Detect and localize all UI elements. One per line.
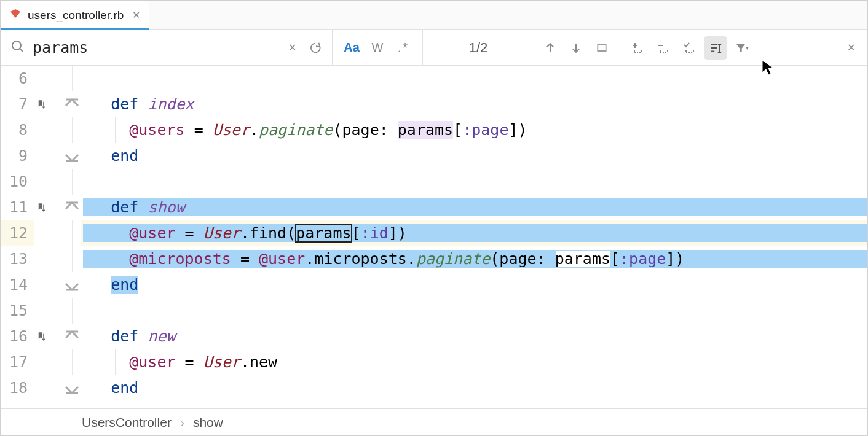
line-number[interactable]: 17 — [1, 349, 34, 375]
match-count: 1/2 — [423, 40, 534, 56]
search-input[interactable] — [33, 39, 280, 56]
next-match-button[interactable] — [564, 36, 588, 60]
svg-line-1 — [20, 49, 23, 52]
svg-point-0 — [12, 41, 21, 50]
line-number[interactable]: 8 — [1, 117, 34, 143]
fold-close-icon[interactable] — [63, 380, 81, 397]
whole-word-toggle[interactable]: W — [366, 36, 389, 60]
tab-bar: users_controller.rb ✕ — [1, 1, 867, 30]
prev-match-button[interactable] — [539, 36, 562, 60]
regex-toggle[interactable]: .* — [392, 36, 415, 60]
line-number[interactable]: 14 — [1, 272, 34, 298]
bookmark-icon[interactable] — [36, 99, 47, 110]
search-history-icon[interactable] — [304, 36, 327, 60]
bookmark-icon[interactable] — [36, 331, 47, 342]
fold-close-icon[interactable] — [63, 147, 81, 165]
svg-rect-4 — [598, 45, 606, 51]
select-all-matches-button[interactable] — [590, 36, 614, 60]
fold-open-icon[interactable] — [63, 199, 81, 216]
fold-close-icon[interactable] — [63, 276, 81, 294]
breadcrumb-method[interactable]: show — [193, 415, 223, 430]
find-bar: ✕ Aa W .* 1/2 ▾ ✕ — [1, 30, 867, 66]
filter-button[interactable]: ▾ — [730, 36, 753, 60]
match-case-toggle[interactable]: Aa — [340, 36, 363, 60]
fold-open-icon[interactable] — [63, 328, 81, 345]
separator — [620, 39, 620, 57]
remove-selection-button[interactable] — [652, 36, 676, 60]
close-tab-icon[interactable]: ✕ — [132, 9, 140, 21]
clear-search-icon[interactable]: ✕ — [280, 36, 304, 60]
chevron-right-icon: › — [180, 415, 184, 430]
line-number[interactable]: 18 — [1, 375, 34, 401]
editor[interactable]: 6 7 def index 8 @users = User.paginate(p… — [1, 66, 867, 408]
fold-open-icon[interactable] — [63, 96, 81, 113]
close-find-bar-button[interactable]: ✕ — [839, 36, 862, 60]
line-number[interactable]: 6 — [1, 66, 34, 91]
search-in-selection-toggle[interactable] — [704, 36, 727, 60]
bookmark-icon[interactable] — [36, 202, 47, 213]
ruby-file-icon — [8, 8, 23, 23]
line-number[interactable]: 11 — [1, 195, 34, 220]
line-number[interactable]: 10 — [1, 169, 34, 195]
line-number[interactable]: 15 — [1, 298, 34, 324]
add-selection-button[interactable] — [626, 36, 650, 60]
line-number[interactable]: 9 — [1, 143, 34, 169]
select-all-occurrences-button[interactable] — [678, 36, 701, 60]
line-number[interactable]: 12 — [1, 220, 34, 246]
file-tab[interactable]: users_controller.rb ✕ — [1, 1, 149, 29]
search-icon — [10, 39, 25, 56]
line-number[interactable]: 13 — [1, 246, 34, 272]
line-number[interactable]: 7 — [1, 91, 34, 117]
line-number[interactable]: 16 — [1, 324, 34, 349]
breadcrumb: UsersController › show — [1, 408, 867, 435]
breadcrumb-class[interactable]: UsersController — [82, 415, 172, 430]
tab-filename: users_controller.rb — [28, 9, 124, 22]
